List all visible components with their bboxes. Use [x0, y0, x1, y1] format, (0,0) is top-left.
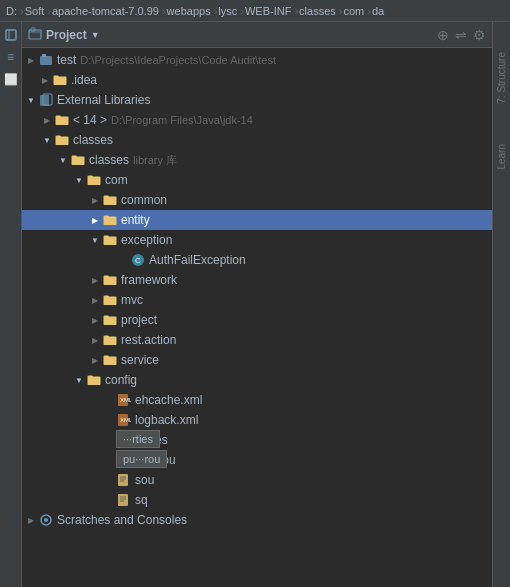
- folder-icon-mvc: [102, 292, 118, 308]
- label-com: com: [105, 173, 128, 187]
- split-icon[interactable]: ⇌: [455, 27, 467, 43]
- gear-icon[interactable]: ⚙: [473, 27, 486, 43]
- path-jdk: D:\Program Files\Java\jdk-14: [111, 114, 253, 126]
- tree-item-classes-top[interactable]: ▼ classes: [22, 130, 492, 150]
- tree-item-external-libs[interactable]: ▼ External Libraries: [22, 90, 492, 110]
- tree-item-jdk[interactable]: ▶ < 14 > D:\Program Files\Java\jdk-14: [22, 110, 492, 130]
- xml-icon-logback: XML: [116, 412, 132, 428]
- main-area: ≡ ⬜ Project ▼ ⊕ ⇌ ⚙ ▶: [0, 22, 510, 587]
- breadcrumb-item-soft[interactable]: Soft: [25, 5, 45, 17]
- breadcrumb-item-lysc[interactable]: lysc: [218, 5, 237, 17]
- folder-icon-exception: [102, 232, 118, 248]
- tree-item-classes-lib[interactable]: ▼ classes library 库: [22, 150, 492, 170]
- arrow-mvc: ▶: [88, 293, 102, 307]
- breadcrumb-item-webinf[interactable]: WEB-INF: [245, 5, 291, 17]
- arrow-test: ▶: [24, 53, 38, 67]
- svg-rect-6: [40, 95, 49, 106]
- label-project: project: [121, 313, 157, 327]
- props-icon-sq: [116, 492, 132, 508]
- arrow-classes-lib: ▼: [56, 153, 70, 167]
- breadcrumb-item-d[interactable]: D:: [6, 5, 17, 17]
- label-mvc: mvc: [121, 293, 143, 307]
- folder-icon-common: [102, 192, 118, 208]
- xml-icon-ehcache: XML: [116, 392, 132, 408]
- folder-icon-idea: [52, 72, 68, 88]
- tree-item-idea[interactable]: ▶ .idea: [22, 70, 492, 90]
- breadcrumb-item-da[interactable]: da: [372, 5, 384, 17]
- toolbar-icon-1[interactable]: [2, 26, 20, 44]
- tree-item-service[interactable]: ▶ service: [22, 350, 492, 370]
- breadcrumb-item-webapps[interactable]: webapps: [167, 5, 211, 17]
- tree-item-pub[interactable]: pu···rou pu···rou: [22, 450, 492, 470]
- tree-item-mvc[interactable]: ▶ mvc: [22, 290, 492, 310]
- breadcrumb-item-tomcat[interactable]: apache-tomcat-7.0.99: [52, 5, 159, 17]
- label-restaction: rest.action: [121, 333, 176, 347]
- folder-icon-jdk: [54, 112, 70, 128]
- label-sou: sou: [135, 473, 154, 487]
- project-icon: [28, 27, 42, 43]
- tree-item-config[interactable]: ▼ config: [22, 370, 492, 390]
- tree-item-scratches[interactable]: ▶ Scratches and Consoles: [22, 510, 492, 530]
- module-icon-test: [38, 52, 54, 68]
- scratches-icon: [38, 512, 54, 528]
- breadcrumb-item-com[interactable]: com: [343, 5, 364, 17]
- path-test: D:\Projects\IdeaProjects\Code Audit\test: [80, 54, 276, 66]
- tree-container[interactable]: ▶ test D:\Projects\IdeaProjects\Code Aud…: [22, 48, 492, 587]
- tree-item-project[interactable]: ▶ project: [22, 310, 492, 330]
- tree-item-sq[interactable]: sq: [22, 490, 492, 510]
- folder-icon-project: [102, 312, 118, 328]
- tree-item-properties[interactable]: ···rties ···rties: [22, 430, 492, 450]
- arrow-project: ▶: [88, 313, 102, 327]
- panel-dropdown-arrow[interactable]: ▼: [91, 30, 100, 40]
- project-panel: Project ▼ ⊕ ⇌ ⚙ ▶ test D:\Projects\IdeaP…: [22, 22, 492, 587]
- arrow-idea: ▶: [38, 73, 52, 87]
- class-icon-authfail: C: [130, 252, 146, 268]
- tree-item-common[interactable]: ▶ common: [22, 190, 492, 210]
- label-framework: framework: [121, 273, 177, 287]
- arrow-service: ▶: [88, 353, 102, 367]
- tooltip-pub: pu···rou: [116, 450, 167, 468]
- arrow-restaction: ▶: [88, 333, 102, 347]
- tree-item-sou[interactable]: sou: [22, 470, 492, 490]
- folder-icon-com: [86, 172, 102, 188]
- svg-rect-0: [6, 30, 16, 40]
- folder-icon-classes-lib: [70, 152, 86, 168]
- tree-item-com[interactable]: ▼ com: [22, 170, 492, 190]
- label-jdk: < 14 >: [73, 113, 107, 127]
- tree-item-restaction[interactable]: ▶ rest.action: [22, 330, 492, 350]
- sidebar-label-learn[interactable]: Learn: [496, 144, 507, 170]
- tree-item-logback[interactable]: XML logback.xml: [22, 410, 492, 430]
- arrow-classes-top: ▼: [40, 133, 54, 147]
- svg-rect-4: [40, 56, 52, 65]
- folder-icon-entity: [102, 212, 118, 228]
- globe-icon[interactable]: ⊕: [437, 27, 449, 43]
- tree-item-authfail[interactable]: C AuthFailException: [22, 250, 492, 270]
- sidebar-label-structure[interactable]: 7: Structure: [496, 52, 507, 104]
- label-authfail: AuthFailException: [149, 253, 246, 267]
- folder-icon-classes-top: [54, 132, 70, 148]
- left-toolbar: ≡ ⬜: [0, 22, 22, 587]
- label-sq: sq: [135, 493, 148, 507]
- label-logback: logback.xml: [135, 413, 198, 427]
- folder-icon-config: [86, 372, 102, 388]
- panel-actions: ⊕ ⇌ ⚙: [437, 27, 486, 43]
- label-scratches: Scratches and Consoles: [57, 513, 187, 527]
- tree-item-ehcache[interactable]: XML ehcache.xml: [22, 390, 492, 410]
- tree-item-entity[interactable]: ▶ entity: [22, 210, 492, 230]
- toolbar-icon-3[interactable]: ⬜: [2, 70, 20, 88]
- tree-item-framework[interactable]: ▶ framework: [22, 270, 492, 290]
- breadcrumb-item-classes[interactable]: classes: [299, 5, 336, 17]
- arrow-external-libs: ▼: [24, 93, 38, 107]
- arrow-common: ▶: [88, 193, 102, 207]
- label-library: library 库: [133, 153, 177, 168]
- label-common: common: [121, 193, 167, 207]
- toolbar-icon-2[interactable]: ≡: [2, 48, 20, 66]
- label-classes-lib: classes: [89, 153, 129, 167]
- arrow-scratches: ▶: [24, 513, 38, 527]
- arrow-com: ▼: [72, 173, 86, 187]
- tree-item-exception[interactable]: ▼ exception: [22, 230, 492, 250]
- svg-rect-22: [118, 474, 128, 486]
- tree-item-test[interactable]: ▶ test D:\Projects\IdeaProjects\Code Aud…: [22, 50, 492, 70]
- tooltip-properties: ···rties: [116, 430, 160, 448]
- panel-title: Project: [46, 28, 87, 42]
